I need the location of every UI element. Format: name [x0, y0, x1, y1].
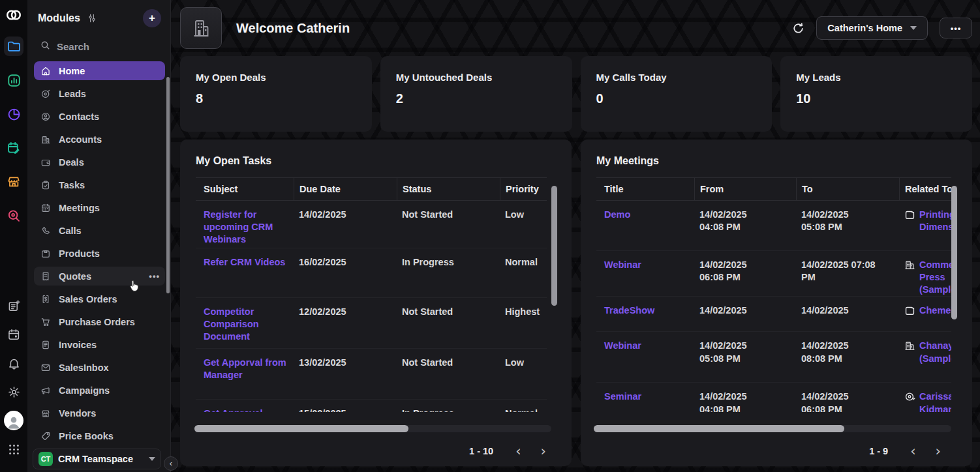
related-to-cell[interactable]: Commercial Press (Sample)	[899, 251, 951, 296]
sidebar-title: Modules	[38, 12, 80, 24]
rail-calendar-edit-icon[interactable]	[4, 138, 23, 158]
sidebar-item-quotes[interactable]: Quotes•••	[34, 267, 165, 286]
sidebar-item-label: Calls	[59, 226, 82, 236]
record-link[interactable]: Refer CRM Videos	[196, 248, 294, 297]
record-link[interactable]: Demo	[596, 201, 694, 250]
kpi-card-my-leads[interactable]: My Leads10	[780, 56, 972, 132]
kpi-card-my-calls-today[interactable]: My Calls Today0	[581, 56, 773, 132]
more-options-button[interactable]: •••	[940, 18, 972, 38]
prev-page-button[interactable]: ‹	[510, 445, 526, 458]
table-cell: 14/02/2025 08:08 PM	[796, 332, 899, 382]
next-page-button[interactable]: ›	[536, 445, 551, 458]
record-link[interactable]: Seminar	[596, 383, 694, 412]
sidebar-item-campaigns[interactable]: Campaigns	[34, 381, 165, 400]
record-link[interactable]: Get Apporval from Manager	[196, 349, 294, 399]
gear-icon[interactable]	[4, 382, 23, 402]
sidebar-item-tasks[interactable]: Tasks	[34, 175, 165, 194]
related-record-link[interactable]: Commercial Press (Sample)	[919, 259, 951, 296]
record-link[interactable]: Register for upcoming CRM Webinars	[196, 201, 294, 248]
rail-analytics-icon[interactable]	[4, 70, 23, 90]
folder-icon	[7, 39, 21, 53]
price-books-icon	[40, 431, 51, 441]
prev-page-button[interactable]: ‹	[905, 445, 921, 458]
page-range: 1 - 9	[869, 446, 888, 456]
sidebar-item-calls[interactable]: Calls	[34, 221, 165, 240]
zoho-logo-icon[interactable]	[4, 5, 23, 25]
related-to-cell[interactable]: Chanay (Sample)	[899, 332, 951, 382]
app-grid-icon[interactable]	[4, 439, 23, 459]
sidebar-item-vendors[interactable]: Vendors	[34, 404, 165, 422]
record-link[interactable]: TradeShow	[596, 297, 694, 331]
sidebar-item-sales-orders[interactable]: Sales Orders	[34, 289, 165, 308]
record-link[interactable]: Competitor Comparison Document	[196, 298, 294, 348]
sidebar-scrollbar[interactable]	[166, 77, 170, 293]
column-header-title: Title	[596, 178, 694, 200]
accounts-icon	[40, 134, 51, 145]
bell-icon[interactable]	[4, 353, 23, 373]
home-view-selector[interactable]: Catherin's Home	[816, 16, 928, 40]
related-record-link[interactable]: Printing Dimensions	[919, 209, 951, 233]
record-link[interactable]: Get Approval	[196, 400, 294, 412]
calendar-icon[interactable]	[4, 325, 23, 344]
sidebar-item-accounts[interactable]: Accounts	[34, 130, 165, 149]
related-record-link[interactable]: Carissa Kidman (Sample)	[919, 391, 951, 412]
sidebar-item-salesinbox[interactable]: SalesInbox	[34, 358, 165, 377]
tasks-horizontal-scrollbar[interactable]	[194, 425, 551, 432]
kpi-card-my-untouched-deals[interactable]: My Untouched Deals2	[380, 56, 572, 132]
sidebar-item-price-books[interactable]: Price Books	[34, 426, 165, 445]
contacts-icon	[40, 111, 51, 122]
meetings-pagination: 1 - 9 ‹ ›	[869, 445, 946, 458]
related-to-cell[interactable]: Chemel	[899, 297, 951, 331]
table-cell: 15/02/2025	[294, 400, 397, 412]
meetings-horizontal-scrollbar[interactable]	[594, 425, 951, 432]
rail-storefront-icon[interactable]	[4, 172, 23, 192]
sidebar-item-label: Invoices	[59, 340, 97, 350]
next-page-button[interactable]: ›	[930, 445, 946, 458]
sidebar-item-label: Deals	[59, 157, 84, 168]
sidebar-item-label: Meetings	[59, 203, 100, 213]
sidebar-item-purchase-orders[interactable]: Purchase Orders	[34, 312, 165, 331]
sidebar-item-contacts[interactable]: Contacts	[34, 107, 165, 126]
sidebar-item-deals[interactable]: Deals	[34, 153, 165, 171]
tasks-vertical-scrollbar[interactable]	[551, 186, 557, 306]
teamspace-selector[interactable]: CT CRM Teamspace	[33, 449, 161, 469]
table-row: Get Apporval from Manager13/02/2025Not S…	[196, 349, 547, 400]
scrollbar-thumb[interactable]	[194, 425, 408, 432]
search-label: Search	[57, 41, 89, 52]
meetings-vertical-scrollbar[interactable]	[951, 186, 957, 319]
campaigns-icon	[40, 385, 51, 396]
gear-icon	[7, 385, 20, 398]
rail-pie-chart-icon[interactable]	[4, 104, 23, 124]
related-to-cell[interactable]: Carissa Kidman (Sample)	[899, 383, 951, 412]
record-link[interactable]: Webinar	[596, 332, 694, 382]
sidebar-search[interactable]: Search	[27, 34, 170, 60]
rail-zia-search-icon[interactable]	[4, 206, 23, 226]
related-record-link[interactable]: Chanay (Sample)	[919, 340, 951, 364]
purchase-orders-icon	[40, 317, 51, 327]
table-row: Webinar14/02/2025 06:08 PM14/02/2025 07:…	[596, 251, 951, 297]
sidebar-item-meetings[interactable]: Meetings	[34, 198, 165, 217]
refresh-icon[interactable]	[792, 22, 804, 35]
teamspace-badge: CT	[38, 452, 53, 466]
table-header: SubjectDue DateStatusPriority	[196, 177, 547, 201]
scrollbar-thumb[interactable]	[594, 425, 844, 432]
note-add-icon[interactable]	[4, 296, 23, 316]
kpi-card-my-open-deals[interactable]: My Open Deals8	[180, 56, 372, 132]
pie-chart-icon	[7, 107, 21, 121]
collapse-sidebar-button[interactable]: ‹	[164, 456, 178, 471]
record-link[interactable]: Webinar	[596, 251, 694, 296]
rail-folder-icon[interactable]	[4, 37, 23, 56]
add-module-button[interactable]: +	[143, 9, 161, 27]
sidebar-item-invoices[interactable]: Invoices	[34, 335, 165, 354]
sidebar-item-label: Price Books	[59, 431, 114, 441]
related-record-link[interactable]: Chemel	[919, 304, 951, 317]
related-to-cell[interactable]: Printing Dimensions	[899, 201, 951, 250]
sidebar-item-leads[interactable]: Leads	[34, 84, 165, 103]
sidebar-item-label: Products	[59, 248, 100, 259]
sidebar-item-home[interactable]: Home	[34, 61, 165, 80]
item-more-options-icon[interactable]: •••	[149, 271, 160, 281]
avatar[interactable]	[4, 411, 23, 430]
main-content: Welcome Catherin Catherin's Home ••• My …	[171, 0, 980, 472]
sidebar-item-products[interactable]: Products	[34, 244, 165, 263]
filter-sliders-icon[interactable]	[87, 13, 97, 23]
